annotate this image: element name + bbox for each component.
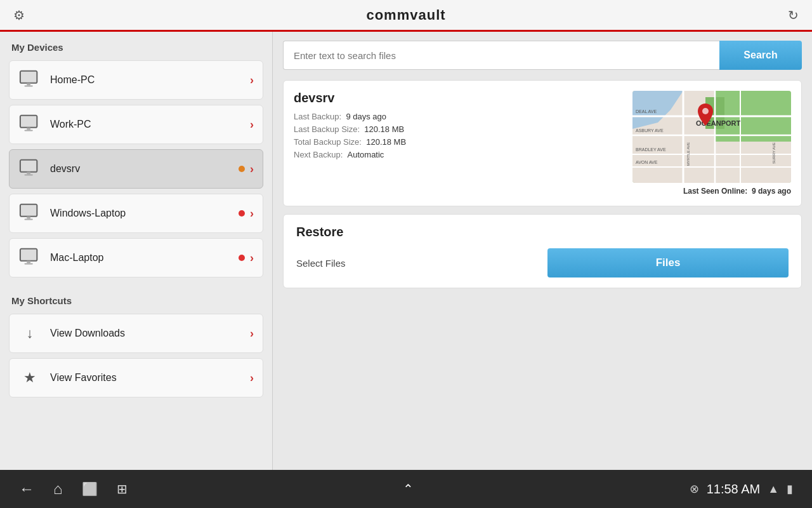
sidebar-item-devsrv[interactable]: devsrv › [9,149,263,189]
svg-rect-10 [27,217,30,219]
select-files-label: Select Files [296,258,346,269]
device-name-work-pc: Work-PC [50,119,245,130]
total-backup-size-row: Total Backup Size: 120.18 MB [294,137,622,147]
search-input[interactable] [283,41,719,70]
device-card-info: devsrv Last Backup: 9 days ago Last Back… [294,91,622,196]
map-image: DEAL AVE ASBURY AVE BRADLEY AVE AVON AVE… [632,91,791,183]
carrier-icon: ⊗ [690,482,699,496]
back-button[interactable]: ← [19,480,34,498]
svg-rect-8 [25,175,33,176]
recent-apps-button[interactable]: ⬜ [82,481,98,497]
devices-section-title: My Devices [9,42,263,53]
sidebar-item-view-downloads[interactable]: ↓ View Downloads › [9,314,263,353]
wifi-icon: ▲ [768,483,779,496]
svg-rect-1 [27,83,30,86]
right-panel: Search devsrv Last Backup: 9 days ago La… [273,32,812,470]
status-dot-devsrv [239,166,245,172]
last-seen-text: Last Seen Online: 9 days ago [683,187,791,196]
settings-icon[interactable]: ⚙ [10,6,28,24]
shortcut-name-favorites: View Favorites [50,372,245,384]
restore-row: Select Files Files [296,248,789,277]
last-backup-size-label: Last Backup Size: [294,124,360,134]
svg-text:DEAL AVE: DEAL AVE [636,109,657,114]
device-card-map: DEAL AVE ASBURY AVE BRADLEY AVE AVON AVE… [632,91,791,196]
status-dot-windows-laptop [239,210,245,217]
favorites-icon: ★ [18,366,41,389]
qr-button[interactable]: ⊞ [117,481,128,497]
svg-text:SURRY AVE: SURRY AVE [772,142,776,164]
chevron-right-icon: › [250,207,254,220]
last-seen-value: 9 days ago [752,187,791,196]
battery-icon: ▮ [787,482,793,496]
sidebar-item-windows-laptop[interactable]: Windows-Laptop › [9,194,263,233]
monitor-icon [18,113,41,136]
last-backup-label: Last Backup: [294,112,341,121]
download-icon: ↓ [18,322,41,345]
refresh-icon[interactable]: ↻ [784,6,802,24]
sidebar-item-view-favorites[interactable]: ★ View Favorites › [9,358,263,398]
app-title: commvault [366,7,445,23]
main-content: My Devices Home-PC › [0,32,812,470]
last-backup-size-value: 120.18 MB [364,124,404,134]
chevron-right-icon: › [250,327,254,340]
sidebar: My Devices Home-PC › [0,32,273,470]
monitor-icon [18,157,41,180]
last-backup-row: Last Backup: 9 days ago [294,112,622,121]
up-chevron-button[interactable]: ⌃ [403,481,414,497]
chevron-right-icon: › [250,371,254,385]
svg-text:AVON AVE: AVON AVE [636,160,658,164]
last-backup-value: 9 days ago [346,112,386,121]
total-backup-size-label: Total Backup Size: [294,137,362,147]
svg-rect-3 [20,116,37,128]
next-backup-label: Next Backup: [294,150,343,159]
device-card-title: devsrv [294,91,622,105]
next-backup-row: Next Backup: Automatic [294,150,622,159]
shortcuts-section: My Shortcuts ↓ View Downloads › ★ View F… [9,295,263,403]
svg-text:MYRTLE AVE: MYRTLE AVE [686,142,690,166]
search-bar: Search [283,41,802,70]
chevron-right-icon: › [250,74,254,87]
shortcuts-section-title: My Shortcuts [9,295,263,306]
last-seen-label: Last Seen Online: [683,187,747,196]
svg-rect-11 [25,219,33,220]
svg-rect-0 [20,71,37,83]
total-backup-size-value: 120.18 MB [366,137,406,147]
status-dot-mac-laptop [239,255,245,261]
chevron-right-icon: › [250,118,254,131]
time-display: 11:58 AM [707,482,761,497]
sidebar-item-home-pc[interactable]: Home-PC › [9,60,263,100]
svg-point-34 [702,108,709,114]
svg-rect-14 [25,264,33,265]
device-name-windows-laptop: Windows-Laptop [50,208,235,219]
nav-icons: ← ⌂ ⬜ ⊞ [19,480,128,498]
last-backup-size-row: Last Backup Size: 120.18 MB [294,124,622,134]
chevron-right-icon: › [250,163,254,176]
device-name-mac-laptop: Mac-Laptop [50,252,235,264]
svg-rect-5 [25,130,33,131]
restore-title: Restore [296,225,789,239]
device-name-home-pc: Home-PC [50,74,245,86]
monitor-icon [18,69,41,91]
svg-rect-2 [25,86,33,87]
chevron-right-icon: › [250,251,254,265]
svg-rect-13 [27,261,30,264]
svg-rect-4 [27,128,30,130]
sidebar-item-mac-laptop[interactable]: Mac-Laptop › [9,238,263,277]
device-name-devsrv: devsrv [50,163,235,175]
svg-rect-6 [20,160,37,172]
svg-rect-7 [27,172,30,175]
shortcut-name-downloads: View Downloads [50,328,245,339]
search-button[interactable]: Search [719,41,802,70]
next-backup-value: Automatic [348,150,384,159]
restore-card: Restore Select Files Files [283,214,802,288]
svg-text:ASBURY AVE: ASBURY AVE [636,128,664,133]
svg-rect-9 [20,204,37,217]
status-icons: ⊗ 11:58 AM ▲ ▮ [690,482,793,497]
sidebar-item-work-pc[interactable]: Work-PC › [9,105,263,144]
files-button[interactable]: Files [547,248,789,277]
device-info-card: devsrv Last Backup: 9 days ago Last Back… [283,80,802,206]
monitor-icon [18,246,41,269]
top-bar: ⚙ commvault ↻ [0,0,812,32]
svg-text:BRADLEY AVE: BRADLEY AVE [636,147,666,152]
home-button[interactable]: ⌂ [53,480,63,498]
